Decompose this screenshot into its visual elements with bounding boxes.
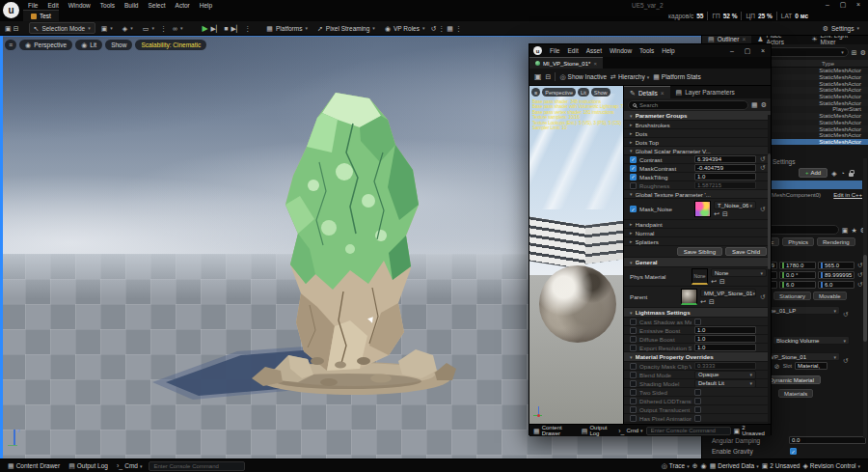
use-selected-icon[interactable]: ↩ [714, 210, 719, 217]
override-checkbox[interactable] [630, 363, 637, 370]
value-field[interactable]: 1.0 [694, 335, 756, 343]
section-general[interactable]: ▾ General [624, 258, 771, 267]
save-icon[interactable]: ▣ [534, 73, 542, 81]
details-scrollbar[interactable] [863, 158, 867, 438]
menu-tools[interactable]: Tools [95, 0, 120, 10]
save-child-button[interactable]: Save Child [725, 247, 767, 256]
minimize-button[interactable]: – [820, 0, 835, 9]
collision-preset-dropdown[interactable]: Blocking Volume▾ [773, 336, 850, 345]
blueprints-dropdown[interactable]: ◈▾ [119, 22, 137, 34]
group-global-texture[interactable]: ▾ Global Texture Parameter '... [624, 190, 771, 199]
console-variables-icon[interactable]: ▦ [447, 25, 453, 32]
value-checkbox[interactable] [694, 415, 701, 422]
globe-icon[interactable]: ⊕ [692, 462, 698, 469]
console-input[interactable] [149, 461, 245, 471]
settings-dropdown[interactable]: ⚙ Settings ▾ [819, 22, 863, 34]
selection-mode-dropdown[interactable]: ↖ Selection Mode ▾ [29, 22, 95, 34]
mobility-movable-button[interactable]: Movable [813, 292, 847, 300]
override-checkbox[interactable] [630, 389, 637, 396]
unsaved-button[interactable]: ▣ 2 Unsaved [734, 425, 767, 436]
cmd-dropdown[interactable]: ›_ Cmd ▾ [117, 462, 142, 469]
unsaved-button[interactable]: ▣ 2 Unsaved [762, 462, 800, 469]
close-icon[interactable]: × [742, 36, 746, 42]
param-value-field[interactable]: -0.404759 [694, 164, 756, 172]
show-dropdown[interactable]: Show [105, 40, 132, 50]
dots-icon[interactable]: ⋮ [160, 25, 167, 32]
override-checkbox[interactable] [630, 327, 637, 334]
platforms-dropdown[interactable]: ▦ Platforms ▾ [262, 22, 312, 34]
param-checkbox[interactable] [630, 182, 637, 189]
recompile-icon[interactable]: ↺ [430, 25, 436, 32]
reset-icon[interactable]: ↺ [759, 293, 767, 301]
value-checkbox[interactable] [694, 389, 701, 396]
link-dropdown[interactable]: ∞▾ [169, 22, 187, 34]
menu-window[interactable]: Window [606, 46, 636, 56]
value-checkbox[interactable] [694, 406, 701, 413]
cmd-dropdown[interactable]: ›_ Cmd ▾ [618, 428, 642, 434]
value-field[interactable]: 1.0 [694, 326, 756, 334]
scalability-warning[interactable]: Scalability: Cinematic [135, 40, 206, 50]
section-lightmass[interactable]: ▾ Lightmass Settings [624, 308, 771, 318]
scale-z-field[interactable]: 6.0 [818, 281, 854, 289]
materials-section-button[interactable]: Materials [778, 389, 813, 398]
tab-details[interactable]: ✎ Details × [624, 86, 670, 98]
menu-file[interactable]: File [23, 0, 42, 10]
texture-dropdown[interactable]: T_Noise_06▾ [714, 201, 756, 209]
override-checkbox[interactable] [630, 372, 637, 378]
angular-damping-field[interactable]: 0.0 [789, 436, 866, 444]
mobility-stationary-button[interactable]: Stationary [773, 292, 811, 300]
show-inactive-toggle[interactable]: ◎ Show Inactive [559, 73, 607, 80]
location-y-field[interactable]: 1780.0 [779, 262, 816, 269]
phys-material-thumbnail[interactable]: None [692, 268, 708, 285]
maximize-button[interactable]: ▢ [835, 0, 851, 9]
edit-in-cpp-link[interactable]: Edit in C++ [833, 192, 862, 198]
shading-model-dropdown[interactable]: Default Lit▾ [694, 379, 756, 388]
save-icon[interactable]: ▣ [5, 25, 12, 32]
menu-edit[interactable]: Edit [42, 0, 63, 10]
category-tab-rendering[interactable]: Rendering [817, 237, 855, 246]
section-parameter-groups[interactable]: ▾ Parameter Groups [624, 111, 771, 121]
preview-options-button[interactable]: ≡ [531, 88, 540, 97]
category-tab-physics[interactable]: Physics [782, 237, 814, 246]
stone-mesh[interactable] [246, 83, 460, 407]
reset-icon[interactable]: ↺ [842, 357, 850, 365]
value-checkbox[interactable] [694, 319, 701, 325]
star-icon[interactable]: ★ [851, 227, 856, 234]
menu-file[interactable]: File [546, 46, 563, 56]
param-value-field[interactable]: 6.394394 [694, 155, 756, 163]
menu-help[interactable]: Help [195, 0, 217, 10]
revision-control-dropdown[interactable]: ◈ Revision Control ▾ [802, 462, 860, 469]
parent-material-dropdown[interactable]: MM_VP_Stone_01▾ [700, 289, 756, 297]
close-button[interactable]: × [755, 46, 771, 55]
use-selected-icon[interactable]: ↩ [711, 278, 717, 285]
override-checkbox[interactable] [630, 336, 637, 343]
lock-icon[interactable] [849, 173, 854, 177]
override-checkbox[interactable] [630, 380, 637, 387]
menu-window[interactable]: Window [64, 0, 95, 10]
hierarchy-dropdown[interactable]: ⇄ Hierarchy ▾ [610, 73, 649, 80]
close-icon[interactable]: × [661, 90, 665, 97]
menu-help[interactable]: Help [658, 46, 678, 56]
menu-edit[interactable]: Edit [563, 46, 582, 56]
blueprint-icon[interactable]: ◈ [831, 170, 836, 177]
group-row[interactable]: ▸ Dots Top [624, 138, 771, 147]
override-checkbox[interactable] [630, 398, 637, 404]
parent-material-thumbnail[interactable] [681, 289, 697, 305]
reset-icon[interactable]: ↺ [759, 164, 767, 172]
save-preset-icon[interactable]: ▣ [842, 227, 849, 234]
menu-select[interactable]: Select [143, 0, 170, 10]
rotation-y-field[interactable]: 0.0 ° [779, 271, 816, 279]
reset-icon[interactable]: ↺ [842, 311, 850, 319]
play-button[interactable]: ▶ [202, 24, 207, 33]
material-preview-viewport[interactable]: ≡ Perspective Lit Show Base pass shader:… [529, 86, 623, 424]
lit-dropdown[interactable]: ◉ Lit [75, 40, 102, 50]
stop-button[interactable]: ■ [224, 25, 228, 32]
slot-name-field[interactable]: Material, [795, 362, 827, 370]
save-sibling-button[interactable]: Save Sibling [677, 247, 722, 256]
override-checkbox[interactable] [630, 345, 637, 351]
use-selected-icon[interactable]: ↩ [700, 298, 706, 305]
close-icon[interactable]: × [593, 61, 597, 67]
dots-icon[interactable]: ⋮ [438, 25, 445, 32]
grid-icon[interactable]: ▦ [751, 101, 758, 108]
add-actor-dropdown[interactable]: ▣▾ [97, 22, 117, 34]
